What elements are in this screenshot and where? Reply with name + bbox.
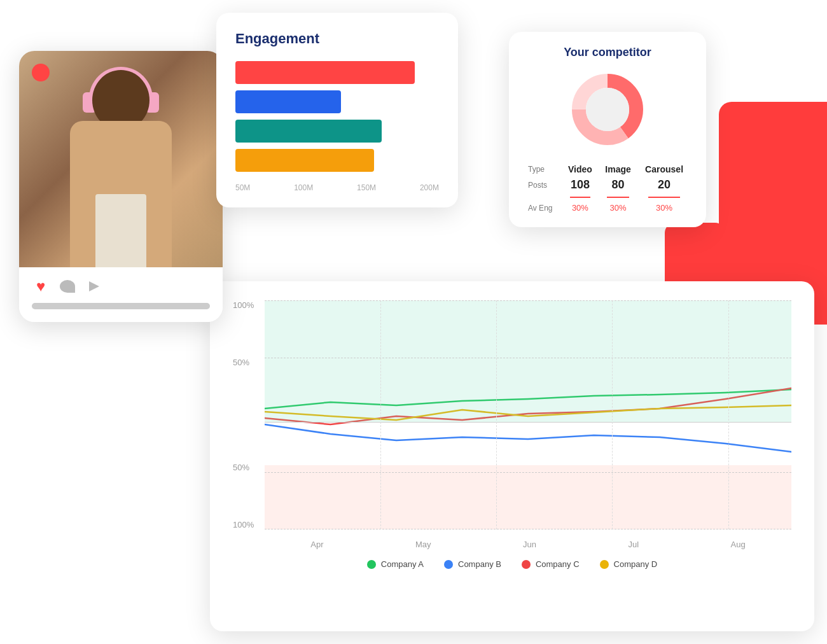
video-posts: 108: [562, 176, 599, 193]
bar-row-red: [235, 61, 439, 84]
type-label: Type: [524, 162, 562, 176]
social-card-actions: ♥: [19, 267, 223, 322]
action-row: ♥: [32, 277, 210, 295]
vgrid-2: [496, 300, 497, 529]
progress-bar: [32, 303, 210, 309]
image-header: Image: [599, 162, 637, 176]
chart-plot: [265, 300, 791, 529]
bar-axis: 50M 100M 150M 200M: [235, 183, 439, 192]
grid-line-mid: [265, 422, 791, 423]
video-aveng: 30%: [562, 201, 599, 214]
grid-line-75: [265, 472, 791, 473]
underline-row: [524, 193, 691, 201]
social-card: ♥: [19, 51, 223, 322]
bar-row-teal: [235, 120, 439, 143]
vgrid-1: [380, 300, 381, 529]
chart-area: 100% 50% 50% 100%: [233, 300, 791, 529]
legend-company-b: Company B: [444, 559, 501, 569]
scene: ♥ Engagement: [0, 0, 827, 644]
person-shirt: [95, 194, 146, 267]
person-body: [70, 121, 172, 267]
image-aveng: 30%: [599, 201, 637, 214]
bar-teal: [235, 120, 382, 143]
bar-yellow: [235, 149, 374, 172]
competitor-title: Your competitor: [524, 46, 691, 59]
donut-chart-wrap: [524, 68, 691, 151]
engagement-card: Engagement 50M 100M 150M 200M: [216, 13, 458, 207]
legend-company-a: Company A: [367, 559, 424, 569]
legend-dot-b: [444, 560, 453, 569]
posts-row: Posts 108 80 20: [524, 176, 691, 193]
grid-line-bottom: [265, 529, 791, 529]
table-header-row: Type Video Image Carousel: [524, 162, 691, 176]
heart-icon[interactable]: ♥: [32, 277, 50, 295]
x-axis-labels: Apr May Jun Jul Aug: [233, 540, 791, 549]
aveng-label: Av Eng: [524, 201, 562, 214]
engagement-title: Engagement: [235, 31, 439, 47]
legend-company-d: Company D: [600, 559, 658, 569]
svg-point-3: [586, 88, 629, 131]
grid-line-25: [265, 358, 791, 358]
y-axis-labels: 100% 50% 50% 100%: [233, 300, 265, 529]
donut-chart: [566, 68, 649, 151]
bar-row-blue: [235, 90, 439, 113]
comment-icon[interactable]: [59, 277, 76, 295]
legend-dot-a: [367, 560, 376, 569]
line-chart-card: 100% 50% 50% 100%: [210, 281, 814, 631]
legend-dot-c: [522, 560, 531, 569]
image-posts: 80: [599, 176, 637, 193]
zone-green: [265, 300, 791, 422]
competitor-table: Type Video Image Carousel Posts 108 80 2…: [524, 162, 691, 214]
bar-chart: [235, 61, 439, 172]
social-card-image: [19, 51, 223, 267]
vgrid-4: [728, 300, 729, 529]
grid-line-top: [265, 300, 791, 301]
carousel-aveng: 30%: [637, 201, 691, 214]
bar-row-yellow: [235, 149, 439, 172]
bar-blue: [235, 90, 341, 113]
aveng-row: Av Eng 30% 30% 30%: [524, 201, 691, 214]
chart-legend: Company A Company B Company C Company D: [233, 559, 791, 569]
vgrid-3: [612, 300, 613, 529]
record-dot: [32, 64, 50, 81]
competitor-card: Your competitor Type Video Image Carouse…: [509, 32, 706, 227]
share-icon[interactable]: [85, 277, 103, 295]
carousel-posts: 20: [637, 176, 691, 193]
legend-dot-d: [600, 560, 609, 569]
posts-label: Posts: [524, 176, 562, 193]
person-figure: [57, 64, 184, 267]
video-header: Video: [562, 162, 599, 176]
bar-red: [235, 61, 415, 84]
legend-company-c: Company C: [522, 559, 580, 569]
carousel-header: Carousel: [637, 162, 691, 176]
line-company-b: [265, 424, 791, 452]
zone-red: [265, 465, 791, 529]
